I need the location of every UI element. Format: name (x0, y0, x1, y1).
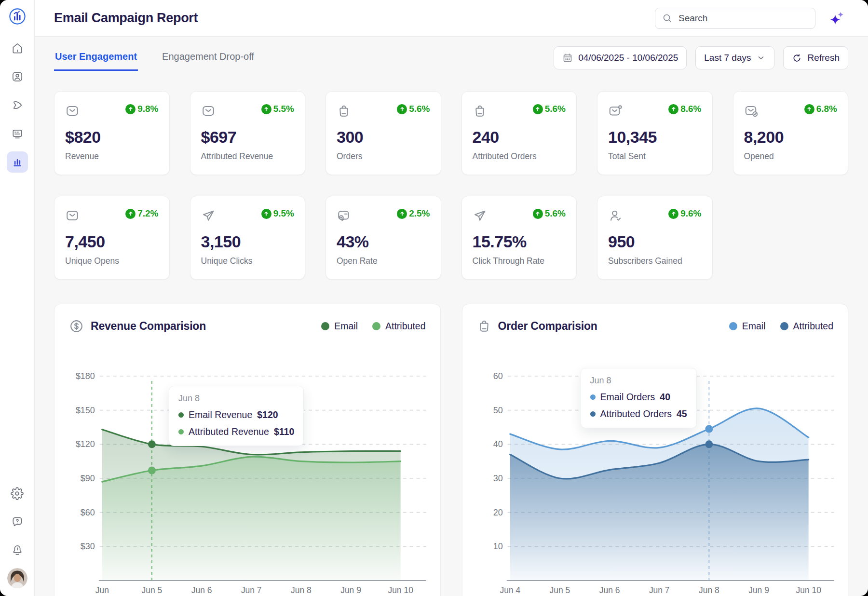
sidebar-nav (7, 38, 28, 173)
legend-label: Email (742, 321, 766, 332)
kpi-delta-value: 6.8% (816, 104, 837, 114)
help-icon (11, 515, 24, 528)
svg-text:Jun 9: Jun 9 (340, 585, 361, 595)
tooltip-row: Email Revenue$120 (178, 409, 294, 420)
svg-text:$180: $180 (76, 371, 95, 381)
sidebar-item-bar-chart[interactable] (7, 151, 28, 173)
svg-text:$150: $150 (76, 406, 95, 415)
svg-text:Jun 9: Jun 9 (748, 585, 769, 595)
bag-icon (337, 104, 351, 118)
kpi-value: 8,200 (744, 128, 838, 147)
bag-icon (477, 319, 491, 333)
tooltip-label: Email Revenue (189, 409, 252, 420)
kpi-delta-badge: 2.5% (397, 208, 430, 219)
filter-controls: 04/06/2025 - 10/06/2025 Last 7 days (554, 46, 848, 69)
legend-label: Attributed (385, 321, 425, 332)
svg-text:$60: $60 (81, 508, 95, 517)
chart-title: Order Comparision (498, 320, 597, 333)
profile-card-icon (11, 70, 24, 83)
kpi-card: 6.8% 8,200 Opened (733, 91, 849, 175)
tooltip-label: Email Orders (600, 392, 655, 403)
svg-text:Jun 7: Jun 7 (649, 585, 669, 595)
kpi-label: Unique Opens (65, 256, 159, 266)
sidebar-item-profile-card[interactable] (7, 66, 28, 87)
tooltip-dot-icon (178, 412, 184, 418)
page-title: Email Campaign Report (54, 11, 198, 26)
revenue-comparison-card: Revenue ComparisionEmailAttributed$180$1… (54, 304, 441, 596)
sidebar-item-home[interactable] (7, 38, 28, 59)
kpi-delta-value: 7.2% (137, 208, 158, 219)
date-range-picker[interactable]: 04/06/2025 - 10/06/2025 (554, 46, 687, 69)
kpi-delta-badge: 9.6% (668, 208, 701, 219)
svg-text:20: 20 (493, 508, 502, 517)
legend-dot-icon (729, 322, 737, 330)
kpi-value: 43% (337, 232, 430, 251)
kpi-label: Total Sent (608, 151, 702, 162)
chart-title: Revenue Comparision (91, 320, 206, 333)
kpi-delta-value: 5.6% (545, 104, 566, 114)
tooltip-row: Attributed Orders45 (590, 408, 687, 420)
kpi-card: 9.8% $820 Revenue (54, 91, 170, 175)
ai-sparkle-icon[interactable] (825, 7, 848, 30)
legend-label: Attributed (793, 321, 833, 332)
calendar-icon (562, 53, 573, 63)
sidebar-item-send-nav[interactable] (7, 95, 28, 116)
tooltip-label: Attributed Orders (600, 408, 672, 420)
legend-label: Email (334, 321, 358, 332)
chart-plot[interactable]: $180$150$120$90$60$30Jun4Jun 5Jun 6Jun 7… (54, 304, 440, 596)
tooltip-date: Jun 8 (590, 376, 687, 386)
kpi-delta-value: 5.6% (409, 104, 430, 114)
sidebar-bottom (7, 483, 28, 588)
svg-text:Jun 10: Jun 10 (388, 585, 413, 595)
tooltip-label: Attributed Revenue (189, 426, 269, 437)
up-arrow-icon (397, 104, 407, 114)
kpi-delta-badge: 7.2% (125, 208, 158, 219)
kpi-card: 7.2% 7,450 Unique Opens (54, 196, 170, 280)
mail-sent-icon (608, 104, 623, 118)
chart-plot[interactable]: 605040302010Jun 4Jun 5Jun 6Jun 7Jun 8Jun… (462, 304, 848, 596)
tabs: User Engagement Engagement Drop-off (54, 46, 255, 71)
svg-text:$90: $90 (81, 474, 95, 483)
search-box[interactable] (655, 8, 815, 29)
kpi-label: Orders (337, 151, 430, 162)
kpi-delta-badge: 5.6% (397, 104, 430, 114)
tab-user-engagement[interactable]: User Engagement (54, 46, 138, 71)
tooltip-row: Email Orders40 (590, 392, 687, 403)
sidebar-item-panel[interactable] (7, 123, 28, 144)
tooltip-value: 45 (677, 408, 687, 420)
up-arrow-icon (668, 209, 678, 219)
dollar-circle-icon (69, 319, 84, 334)
legend-dot-icon (780, 322, 788, 330)
kpi-value: 240 (473, 128, 566, 147)
svg-text:Jun 5: Jun 5 (549, 585, 570, 595)
up-arrow-icon (397, 209, 407, 219)
chart-header: Revenue ComparisionEmailAttributed (54, 304, 440, 334)
tooltip-value: 40 (660, 392, 670, 403)
sidebar-item-gear[interactable] (7, 483, 28, 504)
kpi-delta-badge: 5.5% (261, 104, 294, 114)
sidebar-item-help[interactable] (7, 511, 28, 532)
kpi-label: Unique Clicks (201, 256, 295, 266)
svg-text:Jun 7: Jun 7 (241, 585, 262, 595)
main-area: Email Campaign Report User Engag (35, 0, 868, 596)
sidebar-item-bell[interactable] (7, 540, 28, 561)
user-avatar[interactable] (7, 568, 27, 588)
charts-row: Revenue ComparisionEmailAttributed$180$1… (35, 280, 868, 596)
refresh-icon (792, 53, 802, 63)
kpi-card: 9.5% 3,150 Unique Clicks (190, 196, 306, 280)
svg-text:50: 50 (493, 406, 502, 415)
chart-legend: EmailAttributed (729, 321, 833, 332)
svg-text:60: 60 (493, 371, 502, 381)
app-logo-icon[interactable] (8, 7, 27, 26)
legend-item: Email (321, 321, 358, 332)
period-select[interactable]: Last 7 days (695, 46, 774, 69)
kpi-delta-value: 9.5% (273, 208, 294, 219)
tab-engagement-drop-off[interactable]: Engagement Drop-off (161, 46, 255, 71)
kpi-value: $820 (65, 128, 159, 147)
kpi-label: Subscribers Gained (608, 256, 702, 266)
search-input[interactable] (678, 13, 809, 24)
refresh-button[interactable]: Refresh (783, 46, 848, 69)
chart-header: Order ComparisionEmailAttributed (462, 304, 848, 333)
tooltip-dot-icon (590, 411, 596, 417)
legend-dot-icon (321, 322, 329, 330)
